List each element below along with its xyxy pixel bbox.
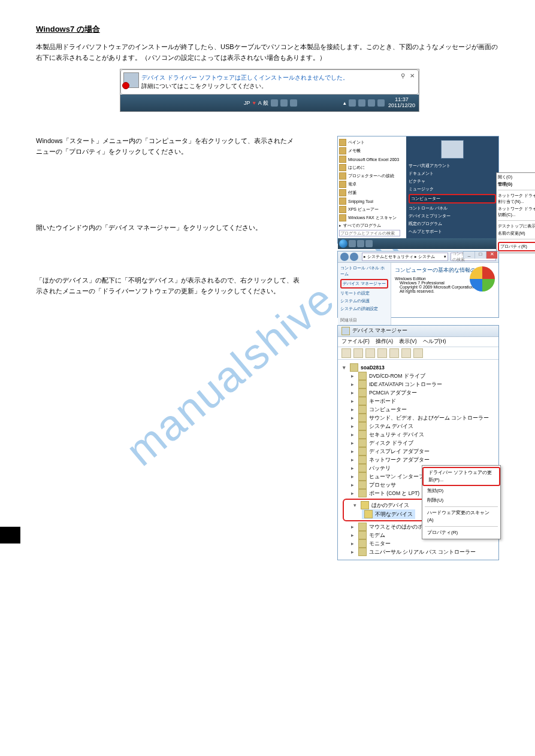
tree-node[interactable]: ▸コンピューター bbox=[343, 405, 494, 414]
side-device-manager-highlighted[interactable]: デバイス マネージャー bbox=[340, 279, 388, 289]
tree-node[interactable]: ▸モニター bbox=[343, 539, 494, 548]
tray-network-icon[interactable] bbox=[358, 99, 365, 107]
sm-item-getstarted[interactable]: はじめに bbox=[339, 164, 405, 171]
tree-node[interactable]: ▸ユニバーサル シリアル バス コントローラー bbox=[343, 548, 494, 556]
ctx-disable[interactable]: 無効(D) bbox=[422, 486, 500, 496]
figure-system-window: _ □ ✕ ▸ システムとセキュリティ ▸ システム▾ コントロール パネルの検… bbox=[337, 251, 499, 318]
nav-forward-icon[interactable] bbox=[350, 253, 358, 261]
tree-node[interactable]: ▸システム デバイス bbox=[343, 422, 494, 430]
tool-uninstall-icon[interactable] bbox=[413, 348, 423, 358]
tray-power-icon[interactable] bbox=[368, 99, 375, 107]
sm-item-fax[interactable]: Windows FAX とスキャン bbox=[339, 214, 405, 221]
ime-caps-icon[interactable] bbox=[290, 99, 297, 107]
unknown-device-icon bbox=[364, 510, 373, 518]
ctx-manage[interactable]: 管理(G) bbox=[498, 181, 535, 187]
close-icon[interactable]: ✕ bbox=[410, 72, 415, 79]
sm-user[interactable]: サーバ共通アカウント bbox=[409, 163, 496, 169]
side-protection[interactable]: システムの保護 bbox=[340, 298, 388, 304]
sm-item-excel[interactable]: Microsoft Office Excel 2003 bbox=[339, 156, 405, 163]
minimize-button[interactable]: _ bbox=[463, 251, 474, 259]
menu-help[interactable]: ヘルプ(H) bbox=[423, 338, 446, 345]
device-category-icon bbox=[358, 372, 367, 380]
sm-computer-highlighted[interactable]: コンピューター bbox=[409, 194, 496, 204]
step-1-text: Windows「スタート」メニュー内の「コンピュータ」を右クリックして、表示され… bbox=[36, 136, 300, 157]
tree-node[interactable]: ▸DVD/CD-ROM ドライブ bbox=[343, 372, 494, 380]
close-button[interactable]: ✕ bbox=[486, 251, 497, 259]
tree-node[interactable]: ▸PCMCIA アダプター bbox=[343, 388, 494, 397]
excel-icon bbox=[339, 156, 346, 163]
side-cp-home[interactable]: コントロール パネル ホーム bbox=[340, 265, 388, 277]
maximize-button[interactable]: □ bbox=[474, 251, 486, 259]
notification-balloon[interactable]: ⚲ ✕ デバイス ドライバー ソフトウェアは正しくインストールされませんでした。… bbox=[120, 69, 419, 95]
sm-documents[interactable]: ドキュメント bbox=[409, 171, 496, 177]
tree-node[interactable]: ▸セキュリティ デバイス bbox=[343, 430, 494, 439]
taskbar-clock[interactable]: 11:37 2011/12/20 bbox=[388, 97, 415, 109]
sm-item-paint[interactable]: ペイント bbox=[339, 139, 405, 146]
sm-item-snipping[interactable]: Snipping Tool bbox=[339, 198, 405, 205]
ime-help-icon[interactable] bbox=[280, 99, 288, 107]
tray-volume-icon[interactable] bbox=[377, 99, 385, 107]
sm-item-projector[interactable]: プロジェクターへの接続 bbox=[339, 172, 405, 180]
tray-flag-icon[interactable] bbox=[349, 99, 356, 107]
sm-music[interactable]: ミュージック bbox=[409, 186, 496, 192]
sm-item-xps[interactable]: XPS ビューアー bbox=[339, 206, 405, 213]
menu-action[interactable]: 操作(A) bbox=[376, 338, 393, 345]
menu-view[interactable]: 表示(V) bbox=[399, 338, 416, 345]
ctx-open[interactable]: 開く(O) bbox=[498, 174, 535, 180]
tree-node[interactable]: ▸ディスク ドライブ bbox=[343, 439, 494, 447]
ctx-scan-hardware[interactable]: ハードウェア変更のスキャン(A) bbox=[422, 508, 500, 525]
nav-back-icon[interactable] bbox=[340, 253, 349, 261]
tree-root[interactable]: ▾soaD2813 bbox=[343, 363, 494, 372]
tree-node[interactable]: ▸IDE ATA/ATAPI コントローラー bbox=[343, 380, 494, 388]
ctx-properties[interactable]: プロパティ(R) bbox=[422, 528, 500, 538]
ime-heart-icon[interactable]: ♥ bbox=[253, 100, 256, 106]
tray-up-icon[interactable]: ▴ bbox=[343, 100, 346, 106]
tb-explorer-icon[interactable] bbox=[357, 240, 364, 247]
ime-lang[interactable]: JP bbox=[244, 100, 250, 106]
ctx-properties-highlighted[interactable]: プロパティ(R) bbox=[498, 242, 535, 251]
tree-node[interactable]: ▸ネットワーク アダプター bbox=[343, 456, 494, 464]
sm-item-notepad[interactable]: メモ帳 bbox=[339, 147, 405, 154]
address-bar[interactable]: ▸ システムとセキュリティ ▸ システム▾ bbox=[362, 253, 448, 261]
ctx-map-drive[interactable]: ネットワーク ドライブの割り当て(N)... bbox=[498, 193, 535, 205]
tool-scan-icon[interactable] bbox=[389, 348, 399, 358]
tree-node[interactable]: ▸キーボード bbox=[343, 397, 494, 405]
ctx-disconnect-drive[interactable]: ネットワーク ドライブの切断(C)... bbox=[498, 206, 535, 218]
device-category-icon bbox=[358, 472, 367, 481]
ctx-update-driver-highlighted[interactable]: ドライバー ソフトウェアの更新(P)... bbox=[422, 467, 500, 486]
startmenu-search-input[interactable] bbox=[339, 230, 400, 236]
tool-update-icon[interactable] bbox=[401, 348, 411, 358]
tree-node[interactable]: ▸ディスプレイ アダプター bbox=[343, 447, 494, 456]
tb-media-icon[interactable] bbox=[365, 240, 373, 247]
sm-help[interactable]: ヘルプとサポート bbox=[409, 229, 496, 235]
ctx-rename[interactable]: 名前の変更(M) bbox=[498, 230, 535, 236]
side-advanced[interactable]: システムの詳細設定 bbox=[340, 306, 388, 312]
projector-icon bbox=[339, 172, 346, 180]
side-remote[interactable]: リモートの設定 bbox=[340, 290, 388, 296]
tool-props-icon[interactable] bbox=[377, 348, 387, 358]
sm-item-calc[interactable]: 電卓 bbox=[339, 181, 405, 188]
ctx-show-desktop[interactable]: デスクトップに表示(S) bbox=[498, 223, 535, 229]
sm-control-panel[interactable]: コントロール パネル bbox=[409, 205, 496, 211]
tb-ie-icon[interactable] bbox=[349, 240, 356, 247]
tree-node[interactable]: ▸サウンド、ビデオ、およびゲーム コントローラー bbox=[343, 414, 494, 422]
tool-up-icon[interactable] bbox=[365, 348, 375, 358]
page-footer-tab bbox=[0, 527, 20, 544]
sm-item-allprograms[interactable]: ▸すべてのプログラム bbox=[339, 223, 405, 229]
device-category-icon bbox=[358, 414, 367, 422]
startmenu-taskbar bbox=[338, 238, 498, 249]
tool-forward-icon[interactable] bbox=[353, 348, 363, 358]
sm-defaults[interactable]: 既定のプログラム bbox=[409, 221, 496, 227]
ime-mode[interactable]: A 般 bbox=[258, 99, 268, 107]
startmenu-left-pane: ペイント メモ帳 Microsoft Office Excel 2003 はじめ… bbox=[338, 136, 406, 238]
device-tree: ▾soaD2813 ▸DVD/CD-ROM ドライブ▸IDE ATA/ATAPI… bbox=[338, 360, 498, 560]
tool-back-icon[interactable] bbox=[341, 348, 351, 358]
pin-icon[interactable]: ⚲ bbox=[401, 72, 405, 79]
ctx-uninstall[interactable]: 削除(U) bbox=[422, 496, 500, 505]
start-orb-icon[interactable] bbox=[339, 239, 347, 248]
sm-item-sticky[interactable]: 付箋 bbox=[339, 189, 405, 196]
sm-devices[interactable]: デバイスとプリンター bbox=[409, 213, 496, 219]
ime-tool-icon[interactable] bbox=[271, 99, 278, 107]
menu-file[interactable]: ファイル(F) bbox=[341, 338, 370, 345]
sm-pictures[interactable]: ピクチャ bbox=[409, 178, 496, 184]
